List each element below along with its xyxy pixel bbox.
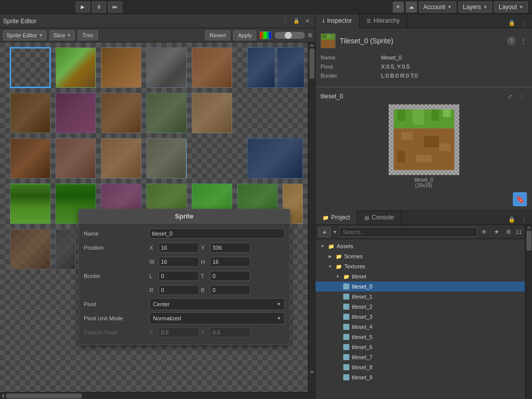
tree-item-tileset4[interactable]: tileset_4 [315,322,525,332]
tab-hierarchy[interactable]: ☰ Hierarchy [359,14,407,28]
tile[interactable] [146,138,187,179]
sprite-name-input[interactable] [149,229,285,239]
pivot-unit-dropdown[interactable]: Normalized ▼ [149,312,285,324]
position-x-input[interactable] [158,243,199,253]
vertical-scrollbar[interactable] [308,42,315,392]
layout-dropdown[interactable]: Layout ▼ [494,2,528,13]
sprite-canvas[interactable]: Sprite Name Position [0,42,308,392]
scroll-left-arrow[interactable] [2,393,4,398]
tree-item-tileset1[interactable]: tileset_1 [315,292,525,302]
tile[interactable] [247,47,275,88]
lock-icon[interactable]: 🔒 [507,18,517,28]
tile[interactable] [10,184,50,224]
project-scrollbar[interactable] [525,225,532,399]
panel-lock-icon[interactable]: 🔒 [292,17,301,26]
custom-pivot-y-input[interactable] [210,327,250,337]
preview-more-icon[interactable]: ⋮ [517,91,527,101]
tile[interactable] [101,47,141,88]
zoom-max-icon: ⊞ [308,32,312,38]
tree-item-textures[interactable]: ▼ 📁 Textures [315,261,525,271]
horizontal-scrollbar[interactable] [0,392,315,399]
account-dropdown[interactable]: Account ▼ [419,2,456,13]
tile[interactable] [10,47,50,88]
b-label: B [201,287,208,293]
sun-icon: ☀ [393,2,404,13]
panel-close-icon[interactable]: ✕ [303,17,312,26]
tree-item-tileset9[interactable]: tileset_9 [315,372,525,382]
tile[interactable] [247,138,303,179]
preview-img-wrapper: tileset_0 (16x16) [389,104,459,188]
inspector-more-icon[interactable]: ⋮ [520,37,527,45]
tree-item-tileset3[interactable]: tileset_3 [315,312,525,322]
sprite-editor-dropdown[interactable]: Sprite Editor ▼ [3,30,46,40]
tile[interactable] [10,229,50,269]
project-more-icon[interactable]: ⋮ [519,214,529,224]
tile[interactable] [10,138,50,179]
tree-item-tileset5[interactable]: tileset_5 [315,332,525,342]
eye-icon[interactable]: 👁 [480,227,490,237]
tile[interactable] [146,47,187,88]
tree-item-tileset8[interactable]: tileset_8 [315,362,525,372]
revert-button[interactable]: Revert [205,30,230,40]
help-icon[interactable]: ? [507,36,516,45]
tree-item-tileset7[interactable]: tileset_7 [315,352,525,362]
sprite-wh-value: W H [149,257,285,267]
position-y-input[interactable] [210,243,250,253]
pause-button[interactable]: ⏸ [92,2,106,13]
tile[interactable] [192,47,232,88]
height-input[interactable] [210,257,250,267]
border-l-input[interactable] [158,271,199,281]
width-input[interactable] [158,257,199,267]
tile[interactable] [192,93,232,133]
pivot-dropdown[interactable]: Center ▼ [149,298,285,310]
tab-console[interactable]: ▤ Console [357,210,401,224]
play-button[interactable]: ▶ [76,2,90,13]
tree-item-assets[interactable]: ▼ 📁 Assets [315,241,525,251]
border-b-input[interactable] [210,285,250,295]
tab-project[interactable]: 📁 Project [315,210,357,224]
favorites-icon[interactable]: ★ [492,227,502,237]
tile[interactable] [101,138,141,179]
tree-item-tileset6[interactable]: tileset_6 [315,342,525,352]
tree-item-scenes[interactable]: ▶ 📁 Scenes [315,251,525,261]
panel-menu-icon[interactable]: ⋮ [281,17,290,26]
apply-button[interactable]: Apply [233,30,256,40]
tile[interactable] [10,93,50,133]
scroll-up-arrow[interactable] [309,44,314,46]
tile[interactable] [56,47,96,88]
tile[interactable] [56,229,76,269]
more-icon[interactable]: ⋮ [519,18,529,28]
inspector-content: Tileset_0 (Sprite) ? ⋮ Name tileset_0 Pi… [315,28,532,87]
tile[interactable] [277,47,304,88]
tree-item-tileset2[interactable]: tileset_2 [315,302,525,312]
tile[interactable] [146,93,187,133]
step-button[interactable]: ⏭ [108,2,122,13]
border-t-input[interactable] [210,271,250,281]
tree-item-tileset-folder[interactable]: ▼ 📁 tileset [315,271,525,281]
custom-pivot-x-input[interactable] [158,327,199,337]
preview-expand-icon[interactable]: ⤢ [505,91,515,101]
layers-dropdown[interactable]: Layers ▼ [458,2,492,13]
border-r-input[interactable] [158,285,199,295]
trim-button[interactable]: Trim [78,30,98,40]
bookmark-button[interactable]: 🔖 [513,192,527,206]
project-search-input[interactable] [339,227,477,237]
project-scroll-thumb[interactable] [526,231,531,251]
color-swatch[interactable] [259,31,272,39]
scroll-thumb[interactable] [309,48,314,79]
project-lock-icon[interactable]: 🔒 [507,214,517,224]
scroll-down-arrow[interactable] [309,371,314,374]
tab-inspector[interactable]: ℹ Inspector [315,14,359,28]
chevron-down-icon: ▼ [277,316,281,321]
add-asset-button[interactable]: + [318,227,331,237]
h-scroll-thumb[interactable] [6,393,82,398]
slice-dropdown[interactable]: Slice ▼ [49,30,75,40]
zoom-slider[interactable] [275,32,305,39]
tile[interactable] [101,93,141,133]
tree-item-tileset0[interactable]: tileset_0 [315,281,525,292]
tile[interactable] [56,138,96,179]
tile[interactable] [56,93,96,133]
filter-icon[interactable]: ⊞ [504,227,514,237]
sprite-border-rb-row: R B [84,284,285,296]
sprite-pivot-value: Center ▼ [149,298,285,310]
